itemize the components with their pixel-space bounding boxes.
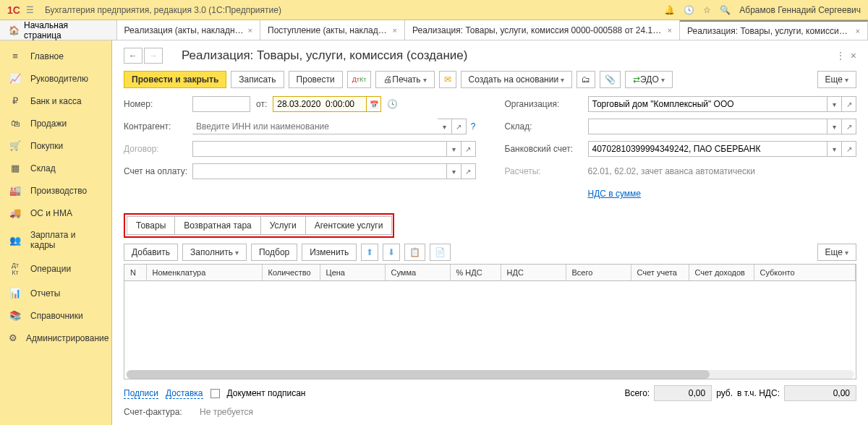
- col-nds-pct[interactable]: % НДС: [450, 265, 501, 281]
- history-icon[interactable]: 🕓: [684, 5, 694, 15]
- select-button[interactable]: Подбор: [251, 244, 297, 261]
- tab-1[interactable]: Поступление (акты, накладн…×: [260, 20, 405, 40]
- star-icon[interactable]: ☆: [703, 5, 711, 15]
- post-button[interactable]: Провести: [289, 71, 343, 88]
- sidebar-item-warehouse[interactable]: ▦Склад: [0, 157, 111, 179]
- print-button[interactable]: 🖨 Печать: [375, 71, 434, 88]
- home-tab[interactable]: 🏠 Начальная страница: [0, 20, 117, 40]
- help-icon[interactable]: ?: [471, 121, 476, 132]
- doc-signed-checkbox[interactable]: [210, 389, 220, 398]
- bank-input[interactable]: [588, 141, 828, 157]
- close-icon[interactable]: ×: [248, 26, 252, 35]
- col-nomenclature[interactable]: Номенклатура: [146, 265, 262, 281]
- hscrollbar[interactable]: [126, 370, 854, 379]
- footer-row: Подписи Доставка Документ подписан Всего…: [124, 385, 856, 401]
- tab-2[interactable]: Реализация: Товары, услуги, комиссия 000…: [405, 20, 680, 40]
- sidebar-item-directories[interactable]: 📚Справочники: [0, 304, 111, 327]
- doc-tabs: Товары Возвратная тара Услуги Агентские …: [124, 213, 394, 238]
- dropdown-icon[interactable]: ▾: [827, 141, 842, 157]
- calendar-icon[interactable]: 📅: [367, 96, 381, 112]
- doc-tab-returnable[interactable]: Возвратная тара: [174, 216, 261, 235]
- col-total[interactable]: Всего: [566, 265, 631, 281]
- open-icon[interactable]: ↗: [452, 119, 467, 134]
- time-icon[interactable]: 🕓: [387, 99, 398, 109]
- sidebar-item-purchases[interactable]: 🛒Покупки: [0, 134, 111, 157]
- col-income[interactable]: Счет доходов: [689, 265, 754, 281]
- org-input[interactable]: [588, 96, 828, 112]
- col-account[interactable]: Счет учета: [631, 265, 689, 281]
- bell-icon[interactable]: 🔔: [664, 5, 675, 15]
- number-input[interactable]: [192, 96, 250, 112]
- menu-icon[interactable]: ☰: [26, 5, 38, 15]
- close-icon[interactable]: ×: [393, 26, 397, 35]
- sidebar-item-payroll[interactable]: 👥Зарплата и кадры: [0, 224, 111, 256]
- sidebar-item-production[interactable]: 🏭Производство: [0, 179, 111, 202]
- col-nds[interactable]: НДС: [501, 265, 566, 281]
- invoice-input[interactable]: [192, 163, 447, 179]
- submit-button[interactable]: Провести и закрыть: [124, 71, 226, 88]
- fill-button[interactable]: Заполнить: [182, 244, 247, 261]
- open-icon[interactable]: ↗: [842, 119, 856, 134]
- close-icon[interactable]: ×: [668, 26, 672, 35]
- col-sum[interactable]: Сумма: [385, 265, 450, 281]
- sidebar-item-sales[interactable]: 🛍Продажи: [0, 112, 111, 134]
- col-price[interactable]: Цена: [320, 265, 385, 281]
- app-title: Бухгалтерия предприятия, редакция 3.0 (1…: [45, 5, 664, 15]
- dropdown-icon[interactable]: ▾: [827, 96, 842, 112]
- dropdown-icon[interactable]: ▾: [827, 119, 842, 134]
- sign-link[interactable]: Подписи: [124, 388, 158, 399]
- doc-tab-services[interactable]: Услуги: [260, 216, 306, 235]
- sidebar-item-admin[interactable]: ⚙Администрирование: [0, 327, 111, 349]
- user-name[interactable]: Абрамов Геннадий Сергеевич: [739, 5, 861, 15]
- counterparty-input[interactable]: [192, 119, 438, 134]
- search-icon[interactable]: 🔍: [720, 5, 731, 15]
- related-button[interactable]: 🗂: [576, 71, 595, 88]
- attach-button[interactable]: 📎: [600, 71, 621, 88]
- open-icon[interactable]: ↗: [842, 141, 856, 157]
- move-up-button[interactable]: ⬆: [361, 244, 378, 261]
- dropdown-icon[interactable]: ▾: [447, 141, 461, 157]
- doc-tab-agent[interactable]: Агентские услуги: [305, 216, 393, 235]
- close-icon[interactable]: ×: [851, 50, 856, 61]
- sidebar-item-reports[interactable]: 📊Отчеты: [0, 282, 111, 304]
- dropdown-icon[interactable]: ▾: [438, 119, 452, 134]
- nds-link[interactable]: НДС в сумме: [588, 189, 642, 199]
- delivery-link[interactable]: Доставка: [166, 388, 203, 399]
- tab-3[interactable]: Реализация: Товары, услуги, комиссия (со…: [680, 20, 868, 40]
- sidebar-item-assets[interactable]: 🚚ОС и НМА: [0, 202, 111, 224]
- create-based-button[interactable]: Создать на основании: [461, 71, 573, 88]
- sidebar-item-manager[interactable]: 📈Руководителю: [0, 67, 111, 90]
- table[interactable]: N Номенклатура Количество Цена Сумма % Н…: [124, 264, 856, 379]
- copy-button[interactable]: 📋: [404, 244, 425, 261]
- table-more-button[interactable]: Еще: [817, 244, 856, 261]
- mail-button[interactable]: ✉: [439, 71, 456, 88]
- tab-0[interactable]: Реализация (акты, накладн…×: [117, 20, 260, 40]
- nav-forward-button[interactable]: →: [144, 48, 163, 64]
- kebab-icon[interactable]: ⋮: [836, 51, 845, 61]
- change-button[interactable]: Изменить: [302, 244, 357, 261]
- dtct-button[interactable]: ДтКт: [347, 71, 372, 88]
- sidebar-item-operations[interactable]: ДтКтОперации: [0, 256, 111, 282]
- warehouse-input[interactable]: [588, 119, 828, 134]
- open-icon[interactable]: ↗: [842, 96, 856, 112]
- sidebar-item-bank[interactable]: ₽Банк и касса: [0, 90, 111, 112]
- open-icon[interactable]: ↗: [461, 163, 476, 179]
- more-button[interactable]: Еще: [817, 71, 856, 88]
- edo-button[interactable]: ⇄ ЭДО: [625, 71, 673, 88]
- sidebar-item-main[interactable]: ≡Главное: [0, 45, 111, 67]
- add-button[interactable]: Добавить: [124, 244, 178, 261]
- col-n[interactable]: N: [124, 265, 146, 281]
- save-button[interactable]: Записать: [231, 71, 284, 88]
- open-icon[interactable]: ↗: [461, 141, 476, 157]
- date-input[interactable]: [273, 96, 367, 112]
- doc-tab-goods[interactable]: Товары: [127, 216, 175, 235]
- nav-back-button[interactable]: ←: [124, 48, 142, 64]
- org-label: Организация:: [505, 99, 588, 109]
- home-tab-label: Начальная страница: [24, 20, 108, 40]
- move-down-button[interactable]: ⬇: [383, 244, 400, 261]
- col-subconto[interactable]: Субконто: [754, 265, 856, 281]
- close-icon[interactable]: ×: [856, 27, 860, 35]
- paste-button[interactable]: 📄: [430, 244, 451, 261]
- dropdown-icon[interactable]: ▾: [447, 163, 461, 179]
- col-qty[interactable]: Количество: [262, 265, 320, 281]
